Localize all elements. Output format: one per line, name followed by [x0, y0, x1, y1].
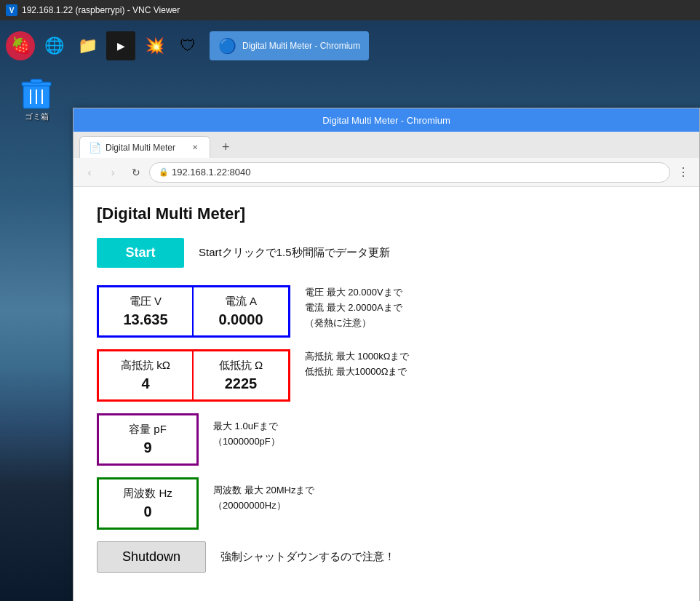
page-content: [Digital Multi Meter] Start Startクリックで1.… — [73, 187, 699, 601]
cap-value: 9 — [114, 439, 182, 456]
start-row: Start Startクリックで1.5秒間隔でデータ更新 — [97, 238, 676, 268]
refresh-button[interactable]: ↻ — [126, 162, 146, 183]
vc-info-line2: 電流 最大 2.0000Aまで — [305, 300, 402, 316]
start-button[interactable]: Start — [97, 238, 184, 268]
vc-info-line1: 電圧 最大 20.000Vまで — [305, 285, 402, 300]
address-bar: ‹ › ↻ 🔒 192.168.1.22:8040 ⋮ — [73, 158, 699, 187]
frequency-row: 周波数 Hz 0 周波数 最大 20MHzまで （20000000Hz） — [97, 477, 676, 530]
desktop: 🍓 🌐 📁 ▶ 💥 🛡 🔵 Digital Multi Meter - Chro… — [0, 20, 700, 601]
menu-button[interactable]: ⋮ — [673, 162, 693, 183]
capacitance-row: 容量 pF 9 最大 1.0uFまで （1000000pF） — [97, 413, 676, 466]
tab-close-button[interactable]: ✕ — [189, 142, 201, 154]
low-res-label: 低抵抗 Ω — [208, 359, 274, 373]
tab-favicon: 📄 — [89, 142, 101, 154]
low-res-value: 2225 — [208, 375, 274, 392]
trash-can-icon — [20, 75, 52, 111]
page-title: [Digital Multi Meter] — [97, 204, 676, 223]
current-cell: 電流 A 0.0000 — [194, 287, 288, 335]
high-res-value: 4 — [114, 375, 178, 392]
chromium-taskbar-btn[interactable]: 🔵 Digital Multi Meter - Chromium — [210, 31, 369, 60]
res-info: 高抵抗 最大 1000kΩまで 低抵抗 最大10000Ωまで — [305, 349, 409, 380]
vc-info-line3: （発熱に注意） — [305, 316, 402, 331]
cap-info-line2: （1000000pF） — [213, 434, 280, 450]
forward-button[interactable]: › — [103, 162, 123, 183]
shutdown-row: Shutdown 強制シャットダウンするので注意！ — [97, 541, 676, 573]
res-pair-box: 高抵抗 kΩ 4 低抵抗 Ω 2225 — [97, 349, 290, 402]
raspberry-icon[interactable]: 🍓 — [6, 31, 35, 60]
globe-icon[interactable]: 🌐 — [39, 31, 68, 60]
freq-label: 周波数 Hz — [114, 487, 182, 501]
high-res-label: 高抵抗 kΩ — [114, 359, 178, 373]
shutdown-description: 強制シャットダウンするので注意！ — [220, 550, 395, 564]
svg-rect-2 — [31, 79, 42, 83]
shield-icon[interactable]: 🛡 — [173, 31, 202, 60]
voltage-current-row: 電圧 V 13.635 電流 A 0.0000 電圧 最大 20.000Vまで … — [97, 285, 676, 338]
new-tab-button[interactable]: + — [213, 136, 235, 158]
freq-info-line1: 周波数 最大 20MHzまで — [213, 483, 314, 498]
taskbar: 🍓 🌐 📁 ▶ 💥 🛡 🔵 Digital Multi Meter - Chro… — [0, 20, 700, 71]
freq-info-line2: （20000000Hz） — [213, 498, 314, 514]
tab-bar: 📄 Digital Multi Meter ✕ + — [73, 132, 699, 158]
res-info-line1: 高抵抗 最大 1000kΩまで — [305, 349, 409, 365]
lock-icon: 🔒 — [159, 167, 169, 177]
burst-icon[interactable]: 💥 — [140, 31, 169, 60]
capacitance-box: 容量 pF 9 — [97, 413, 199, 466]
browser-window: Digital Multi Meter - Chromium 📄 Digital… — [73, 108, 700, 601]
folder-icon[interactable]: 📁 — [73, 31, 102, 60]
cap-info-line1: 最大 1.0uFまで — [213, 419, 280, 434]
browser-chrome-title: Digital Multi Meter - Chromium — [322, 115, 450, 126]
trash-label: ゴミ箱 — [25, 111, 49, 122]
shutdown-button[interactable]: Shutdown — [97, 541, 206, 573]
vnc-title: 192.168.1.22 (raspberrypi) - VNC Viewer — [22, 5, 180, 15]
cap-info: 最大 1.0uFまで （1000000pF） — [213, 419, 280, 450]
resistance-row: 高抵抗 kΩ 4 低抵抗 Ω 2225 高抵抗 最大 1000kΩまで 低抵抗 … — [97, 349, 676, 402]
start-description: Startクリックで1.5秒間隔でデータ更新 — [199, 246, 390, 260]
voltage-label: 電圧 V — [114, 295, 178, 309]
vnc-titlebar: V 192.168.1.22 (raspberrypi) - VNC Viewe… — [0, 0, 700, 20]
url-text: 192.168.1.22:8040 — [172, 167, 250, 178]
current-value: 0.0000 — [208, 311, 274, 328]
active-tab[interactable]: 📄 Digital Multi Meter ✕ — [79, 136, 210, 158]
chromium-taskbar-label: Digital Multi Meter - Chromium — [242, 41, 360, 51]
url-bar[interactable]: 🔒 192.168.1.22:8040 — [149, 162, 670, 183]
freq-info: 周波数 最大 20MHzまで （20000000Hz） — [213, 483, 314, 514]
back-button[interactable]: ‹ — [79, 162, 100, 183]
desktop-trash[interactable]: ゴミ箱 — [20, 75, 52, 122]
cap-label: 容量 pF — [114, 423, 182, 437]
high-res-cell: 高抵抗 kΩ 4 — [99, 351, 194, 399]
voltage-cell: 電圧 V 13.635 — [99, 287, 194, 335]
browser-chrome-bar: Digital Multi Meter - Chromium — [73, 108, 699, 132]
vc-pair-box: 電圧 V 13.635 電流 A 0.0000 — [97, 285, 290, 338]
low-res-cell: 低抵抗 Ω 2225 — [194, 351, 288, 399]
terminal-icon[interactable]: ▶ — [106, 31, 135, 60]
tab-label: Digital Multi Meter — [106, 143, 175, 153]
voltage-value: 13.635 — [114, 311, 178, 328]
freq-value: 0 — [114, 504, 182, 520]
current-label: 電流 A — [208, 295, 274, 309]
vc-info: 電圧 最大 20.000Vまで 電流 最大 2.0000Aまで （発熱に注意） — [305, 285, 402, 330]
res-info-line2: 低抵抗 最大10000Ωまで — [305, 365, 409, 380]
vnc-icon: V — [6, 4, 17, 16]
frequency-box: 周波数 Hz 0 — [97, 477, 199, 530]
